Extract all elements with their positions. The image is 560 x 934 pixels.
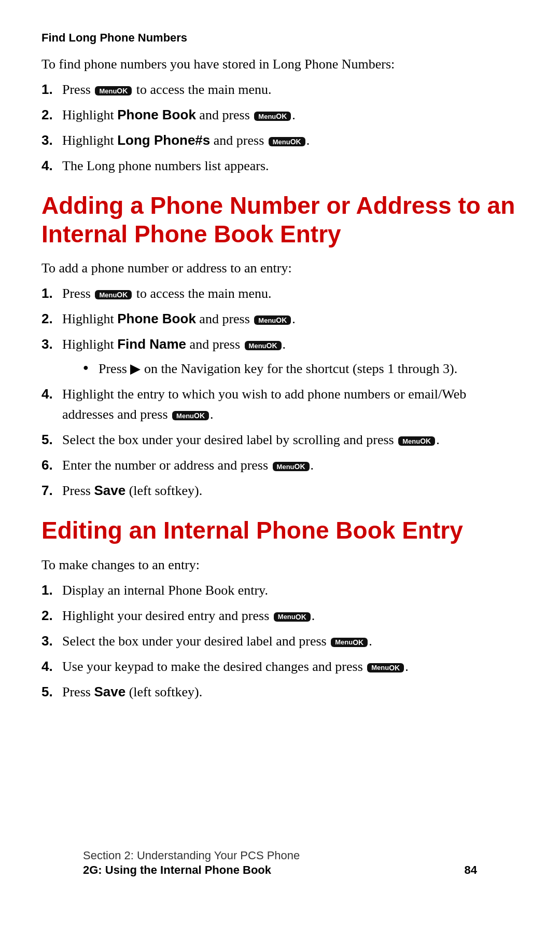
editing-step-3: 3. Select the box under your desired lab… — [41, 631, 519, 651]
find-long-section: Find Long Phone Numbers To find phone nu… — [41, 31, 519, 176]
editing-step-4: 4. Use your keypad to make the desired c… — [41, 656, 519, 677]
footer-page: 84 — [465, 863, 477, 877]
menu-ok-btn-a3: MenuOK — [245, 341, 282, 350]
find-long-step-4: 4. The Long phone numbers list appears. — [41, 156, 519, 176]
adding-step-5: 5. Select the box under your desired lab… — [41, 430, 519, 450]
menu-ok-btn-3: MenuOK — [269, 137, 305, 146]
editing-step-1: 1. Display an internal Phone Book entry. — [41, 580, 519, 600]
adding-steps: 1. Press MenuOK to access the main menu.… — [41, 283, 519, 501]
adding-step-6: 6. Enter the number or address and press… — [41, 455, 519, 475]
editing-steps: 1. Display an internal Phone Book entry.… — [41, 580, 519, 702]
menu-ok-btn-a5: MenuOK — [398, 436, 435, 446]
menu-ok-btn-e3: MenuOK — [331, 638, 368, 647]
find-long-steps: 1. Press MenuOK to access the main menu.… — [41, 79, 519, 176]
find-long-step-2: 2. Highlight Phone Book and press MenuOK… — [41, 105, 519, 125]
footer-section: Section 2: Understanding Your PCS Phone — [83, 849, 477, 862]
adding-section: Adding a Phone Number or Address to an I… — [41, 191, 519, 501]
adding-step-3: 3. Highlight Find Name and press MenuOK.… — [41, 334, 519, 379]
menu-ok-btn-a4: MenuOK — [172, 411, 209, 420]
menu-ok-btn-a6: MenuOK — [273, 462, 310, 471]
adding-intro: To add a phone number or address to an e… — [41, 258, 519, 278]
menu-ok-btn-2: MenuOK — [254, 112, 291, 121]
find-long-intro: To find phone numbers you have stored in… — [41, 54, 519, 74]
editing-heading: Editing an Internal Phone Book Entry — [41, 516, 519, 545]
find-long-step-3: 3. Highlight Long Phone#s and press Menu… — [41, 130, 519, 150]
adding-step-1: 1. Press MenuOK to access the main menu. — [41, 283, 519, 304]
editing-step-5: 5. Press Save (left softkey). — [41, 682, 519, 702]
adding-step-2: 2. Highlight Phone Book and press MenuOK… — [41, 309, 519, 329]
adding-step-3-bullet-1: Press ▶ on the Navigation key for the sh… — [83, 359, 519, 379]
menu-ok-btn-a1: MenuOK — [95, 290, 132, 299]
editing-intro: To make changes to an entry: — [41, 555, 519, 575]
editing-step-2: 2. Highlight your desired entry and pres… — [41, 606, 519, 626]
footer-chapter: 2G: Using the Internal Phone Book — [83, 863, 271, 877]
menu-ok-btn-a2: MenuOK — [254, 315, 291, 325]
menu-ok-btn-e4: MenuOK — [367, 663, 404, 672]
editing-section: Editing an Internal Phone Book Entry To … — [41, 516, 519, 702]
page-footer: Section 2: Understanding Your PCS Phone … — [83, 849, 477, 877]
adding-step-7: 7. Press Save (left softkey). — [41, 480, 519, 501]
page-content: Find Long Phone Numbers To find phone nu… — [41, 31, 519, 903]
menu-ok-btn-e2: MenuOK — [274, 612, 311, 622]
find-long-step-1: 1. Press MenuOK to access the main menu. — [41, 79, 519, 100]
adding-heading: Adding a Phone Number or Address to an I… — [41, 191, 519, 249]
footer-bottom: 2G: Using the Internal Phone Book 84 — [83, 863, 477, 877]
adding-step-3-bullets: Press ▶ on the Navigation key for the sh… — [62, 359, 519, 379]
adding-step-4: 4. Highlight the entry to which you wish… — [41, 384, 519, 424]
find-long-heading: Find Long Phone Numbers — [41, 31, 519, 45]
menu-ok-btn-1: MenuOK — [95, 86, 132, 95]
